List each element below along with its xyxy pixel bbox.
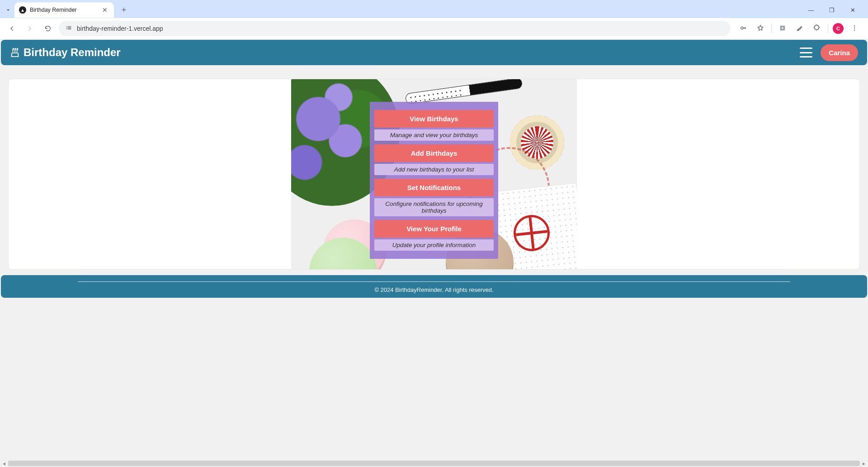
view-profile-button[interactable]: View Your Profile [374, 220, 494, 238]
kebab-menu-icon[interactable] [848, 24, 861, 33]
header-right: Carina [800, 44, 858, 61]
hamburger-menu-button[interactable] [800, 48, 812, 57]
new-tab-button[interactable]: + [118, 4, 130, 16]
birthday-cake-icon [10, 48, 20, 57]
scroll-left-icon[interactable]: ◄ [2, 461, 6, 466]
extension-bolt-icon[interactable] [776, 24, 789, 33]
main-card: View Birthdays Manage and view your birt… [8, 79, 860, 270]
brand-title: Birthday Reminder [24, 46, 121, 59]
svg-point-4 [854, 29, 855, 30]
address-bar[interactable]: birthday-reminder-1.vercel.app [59, 21, 731, 36]
menu-item-view-birthdays: View Birthdays Manage and view your birt… [374, 110, 494, 141]
view-birthdays-button[interactable]: View Birthdays [374, 110, 494, 128]
browser-chrome: ▲ Birthday Reminder ✕ + — ❐ ✕ birthday-r… [0, 0, 868, 39]
hamburger-bar-icon [800, 48, 812, 49]
scroll-right-icon[interactable]: ► [862, 461, 866, 466]
add-birthdays-button[interactable]: Add Birthdays [374, 144, 494, 162]
chevron-down-icon [5, 6, 12, 14]
hero-image: View Birthdays Manage and view your birt… [291, 79, 577, 269]
brand[interactable]: Birthday Reminder [10, 46, 121, 59]
browser-tab[interactable]: ▲ Birthday Reminder ✕ [14, 2, 114, 18]
arrow-right-icon [26, 25, 33, 32]
app-footer: © 2024 BirthdayReminder. All rights rese… [1, 275, 867, 298]
set-notifications-desc: Configure notifications for upcoming bir… [374, 198, 494, 216]
arrow-left-icon [8, 25, 15, 32]
nav-forward-button[interactable] [23, 21, 37, 36]
extensions-puzzle-icon[interactable] [811, 24, 823, 33]
tab-favicon: ▲ [19, 6, 26, 14]
tab-bar: ▲ Birthday Reminder ✕ + — ❐ ✕ [0, 0, 868, 18]
window-close-button[interactable]: ✕ [846, 7, 859, 14]
nav-back-button[interactable] [5, 21, 19, 36]
window-controls: — ❐ ✕ [805, 7, 864, 14]
menu-item-view-profile: View Your Profile Update your profile in… [374, 220, 494, 251]
toolbar-right: C [734, 23, 863, 34]
footer-divider [78, 281, 790, 282]
view-profile-desc: Update your profile information [374, 239, 494, 251]
user-profile-pill[interactable]: Carina [821, 44, 858, 61]
svg-point-3 [854, 27, 855, 28]
window-minimize-button[interactable]: — [805, 7, 817, 14]
svg-point-2 [854, 25, 855, 26]
svg-point-0 [741, 27, 743, 29]
hamburger-bar-icon [800, 52, 812, 53]
tab-search-dropdown[interactable] [4, 5, 13, 14]
page-viewport: Birthday Reminder Carina View Birthd [0, 39, 868, 460]
view-birthdays-desc: Manage and view your birthdays [374, 129, 494, 141]
set-notifications-button[interactable]: Set Notifications [374, 179, 494, 196]
footer-copyright: © 2024 BirthdayReminder. All rights rese… [1, 286, 867, 293]
browser-toolbar: birthday-reminder-1.vercel.app C [0, 18, 868, 39]
nav-reload-button[interactable] [41, 21, 55, 36]
tab-title: Birthday Reminder [30, 7, 77, 13]
hamburger-bar-icon [800, 56, 812, 57]
address-url: birthday-reminder-1.vercel.app [77, 25, 163, 32]
eyedropper-icon[interactable] [793, 24, 806, 33]
horizontal-scrollbar[interactable]: ◄ ► [0, 460, 868, 467]
window-maximize-button[interactable]: ❐ [826, 7, 838, 14]
toolbar-separator [828, 24, 828, 33]
add-birthdays-desc: Add new birthdays to your list [374, 164, 494, 175]
toolbar-separator [771, 24, 772, 33]
bookmark-star-icon[interactable] [754, 24, 767, 33]
menu-card: View Birthdays Manage and view your birt… [370, 102, 498, 259]
password-key-icon[interactable] [737, 24, 750, 33]
tab-close-button[interactable]: ✕ [100, 6, 109, 14]
app-header: Birthday Reminder Carina [1, 40, 867, 65]
site-info-icon[interactable] [65, 24, 72, 33]
scrollbar-track[interactable] [8, 461, 860, 466]
profile-avatar[interactable]: C [833, 23, 844, 34]
reload-icon [44, 25, 52, 32]
menu-item-add-birthdays: Add Birthdays Add new birthdays to your … [374, 144, 494, 175]
menu-item-set-notifications: Set Notifications Configure notification… [374, 179, 494, 216]
